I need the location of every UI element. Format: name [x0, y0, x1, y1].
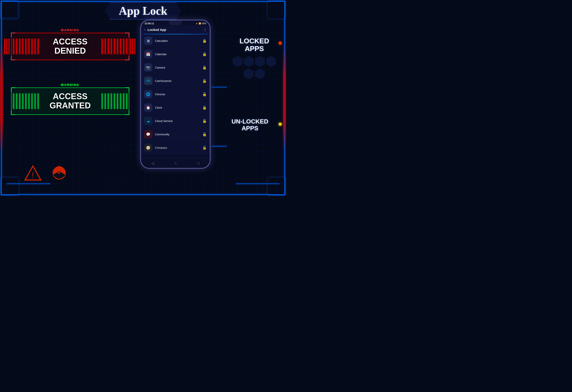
connector-line-locked: [212, 87, 227, 87]
bottom-line-left: [7, 183, 50, 184]
granted-stripes-left: [13, 93, 39, 109]
phone-nav-bar: ◁ ○ □: [141, 158, 210, 168]
granted-bracket-tr: [125, 87, 129, 92]
community-label: Community: [155, 133, 202, 136]
phone-notch: [169, 20, 182, 25]
left-panel: WARNING ACCESSDENIED WARNING ACCESSGRANT…: [7, 22, 134, 188]
hex-3: [255, 56, 265, 67]
hex-2: [244, 56, 254, 67]
unlocked-dot-indicator: [279, 123, 282, 126]
app-item-clock[interactable]: ⏰ Clock 🔓: [141, 101, 210, 114]
locked-dot-indicator: [279, 42, 282, 45]
denied-stripes-right: [101, 39, 127, 54]
calculator-label: Calculator: [155, 39, 202, 43]
access-granted-section: WARNING ACCESSGRANTED: [11, 83, 129, 115]
locked-apps-panel: LOCKED APPS: [229, 37, 280, 82]
camera-label: Camera: [155, 66, 202, 69]
phone-frame: 12:05:11 ▲ 📶 88% ‹ Locked App ⋮: [140, 20, 210, 169]
app-title: App Lock: [119, 5, 167, 17]
app-item-compass[interactable]: 🧭 Compass 🔓: [141, 141, 210, 154]
app-item-community[interactable]: 💬 Community 🔓: [141, 128, 210, 141]
svg-text:!: !: [32, 171, 34, 180]
calendar-label: Calendar: [155, 53, 202, 56]
app-item-camera[interactable]: 📷 Camera 🔓: [141, 61, 210, 74]
warning-label-denied: WARNING: [11, 29, 129, 32]
camscanner-label: CamScanner: [155, 79, 202, 83]
corner-br-decoration: [268, 177, 285, 195]
radiation-icon: [50, 164, 68, 182]
clock-label: Clock: [155, 106, 202, 109]
signal-icon: 📶: [199, 22, 201, 25]
red-accent-right: [283, 44, 286, 152]
denied-stripes-left: [13, 39, 39, 54]
community-lock-icon: 🔓: [202, 132, 207, 136]
granted-stripes-right: [101, 93, 127, 109]
calendar-lock-icon: 🔒: [202, 52, 207, 56]
phone-screen: 12:05:11 ▲ 📶 88% ‹ Locked App ⋮: [141, 20, 210, 168]
app-list: ⊞ Calculator 🔒 📅 Calendar 🔒: [141, 34, 210, 155]
calendar-icon: 📅: [144, 50, 152, 58]
title-box: App Lock: [105, 2, 181, 19]
hex-4: [266, 56, 276, 67]
cloud-service-lock-icon: 🔓: [202, 119, 207, 123]
granted-bracket-bl: [11, 111, 15, 115]
app-item-camscanner[interactable]: CS CamScanner 🔓: [141, 75, 210, 87]
locked-apps-wrapper: LOCKED APPS: [229, 37, 280, 53]
status-right-icons: ▲ 📶 88%: [196, 22, 206, 25]
chrome-icon: 🌐: [144, 90, 152, 98]
access-denied-text: ACCESSDENIED: [53, 37, 87, 56]
camera-lock-icon: 🔓: [202, 65, 207, 70]
compass-label: Compass: [155, 146, 202, 149]
menu-button[interactable]: ⋮: [203, 28, 207, 32]
hex-6: [255, 68, 265, 79]
connector-line-unlocked: [212, 146, 227, 147]
app-item-calculator[interactable]: ⊞ Calculator 🔒: [141, 34, 210, 47]
page-wrapper: App Lock WARNING ACCESSDENIED WARNING: [0, 0, 286, 196]
red-accent-left: [0, 44, 3, 152]
granted-box: ACCESSGRANTED: [11, 87, 129, 115]
back-button[interactable]: ‹: [144, 27, 145, 32]
neon-top-border: [17, 1, 269, 2]
hex-1: [233, 56, 242, 67]
denied-bracket-tl: [11, 33, 15, 37]
hexagons-decoration: [229, 56, 280, 79]
neon-bottom-border: [17, 194, 269, 195]
app-header-title: Locked App: [147, 28, 203, 31]
nav-recent-button[interactable]: □: [197, 161, 200, 165]
nav-back-button[interactable]: ◁: [151, 161, 154, 165]
denied-bracket-bl: [11, 56, 15, 60]
cloud-service-icon: ☁: [144, 117, 152, 125]
cloud-service-label: Cloud Service: [155, 119, 202, 123]
compass-icon: 🧭: [144, 143, 152, 152]
access-denied-section: WARNING ACCESSDENIED: [11, 29, 129, 60]
calculator-icon: ⊞: [144, 37, 152, 45]
chrome-label: Chrome: [155, 93, 202, 96]
unlocked-apps-wrapper: UN-LOCKED APPS: [220, 118, 280, 132]
svg-point-5: [58, 172, 60, 174]
unlocked-apps-label: UN-LOCKED APPS: [220, 118, 280, 132]
granted-bracket-tl: [11, 87, 15, 92]
bottom-line-right: [236, 183, 280, 184]
camera-app-icon: 📷: [144, 63, 152, 72]
app-item-calendar[interactable]: 📅 Calendar 🔒: [141, 48, 210, 61]
unlocked-apps-panel: UN-LOCKED APPS: [220, 118, 280, 132]
wifi-icon: ▲: [196, 22, 198, 25]
clock-lock-icon: 🔓: [202, 106, 207, 110]
phone-container: 12:05:11 ▲ 📶 88% ‹ Locked App ⋮: [140, 20, 210, 169]
denied-bracket-tr: [125, 33, 129, 37]
locked-apps-label: LOCKED APPS: [229, 37, 280, 53]
nav-home-button[interactable]: ○: [175, 161, 177, 165]
status-time: 12:05:11: [144, 22, 154, 25]
chrome-lock-icon: 🔓: [202, 92, 207, 96]
app-header: ‹ Locked App ⋮: [141, 26, 210, 34]
clock-app-icon: ⏰: [144, 103, 152, 112]
calculator-lock-icon: 🔒: [202, 39, 207, 43]
app-item-chrome[interactable]: 🌐 Chrome 🔓: [141, 88, 210, 101]
community-icon: 💬: [144, 130, 152, 138]
app-item-cloud-service[interactable]: ☁ Cloud Service 🔓: [141, 115, 210, 127]
camscanner-icon: CS: [144, 77, 152, 85]
hex-5: [244, 68, 254, 79]
title-banner: App Lock: [13, 2, 273, 19]
denied-box: ACCESSDENIED: [11, 33, 129, 60]
granted-bracket-br: [125, 111, 129, 115]
